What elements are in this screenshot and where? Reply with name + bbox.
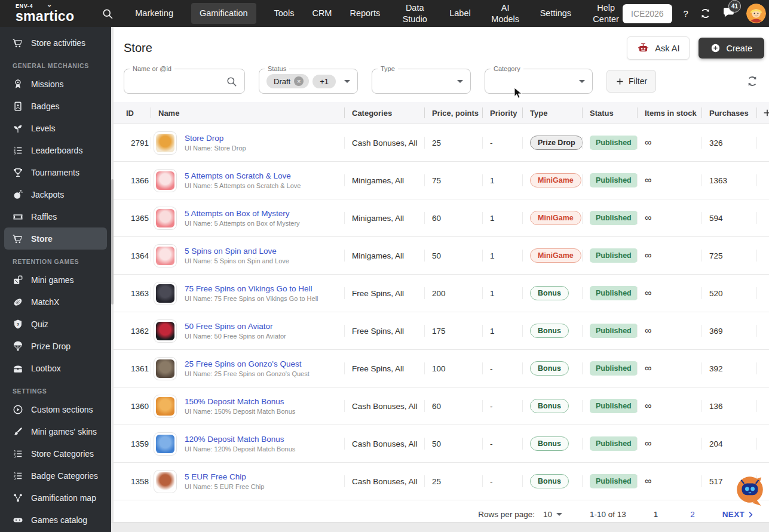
sidebar-item-leaderboards[interactable]: Leaderboards — [0, 139, 111, 161]
ask-ai-button[interactable]: Ask AI — [627, 36, 690, 60]
row-price: 200 — [424, 275, 482, 312]
sidebar-item-store[interactable]: Store — [4, 227, 107, 250]
notifications-button[interactable]: 41 — [722, 6, 735, 21]
row-type-cell: Bonus — [522, 388, 582, 425]
nav-item-ai-models[interactable]: AI Models — [489, 2, 522, 25]
nav-item-marketing[interactable]: Marketing — [135, 8, 173, 19]
search-icon[interactable] — [102, 8, 114, 20]
sidebar-item-matchx[interactable]: MatchX — [0, 291, 111, 313]
sidebar-item-quiz[interactable]: ?Quiz — [0, 313, 111, 335]
nav-item-data-studio[interactable]: Data Studio — [398, 2, 431, 25]
column-header-categories[interactable]: Categories — [344, 102, 424, 124]
nav-item-help-center[interactable]: Help Center — [589, 2, 623, 25]
sidebar-item-mini-games[interactable]: Mini games — [0, 269, 111, 291]
create-button[interactable]: Create — [698, 38, 764, 59]
item-name-link[interactable]: 5 Attempts on Box of Mystery — [185, 209, 300, 218]
sidebar-item-store-activities[interactable]: Store activities — [0, 32, 111, 54]
sidebar-item-gamification-map[interactable]: Gamification map — [0, 487, 111, 509]
column-header-status[interactable]: Status — [582, 102, 637, 124]
item-name-wrap: 75 Free Spins on Vikings Go to HellUI Na… — [185, 284, 318, 302]
sidebar-scrollbar[interactable] — [111, 27, 114, 522]
sidebar-item-badges[interactable]: Badges — [0, 95, 111, 117]
row-price: 25 — [424, 124, 482, 161]
horizontal-scrollbar[interactable] — [111, 522, 769, 532]
page-button-2[interactable]: 2 — [690, 510, 695, 519]
item-thumbnail — [154, 282, 177, 305]
nav-item-gamification[interactable]: Gamification — [191, 3, 256, 24]
name-filter-input[interactable]: Name or @id — [124, 69, 245, 94]
store-items-table: IDNameCategoriesPrice, pointsPriorityTyp… — [114, 102, 769, 500]
item-name-wrap: 50 Free Spins on AviatorUI Name: 50 Free… — [185, 322, 286, 340]
page-button-1[interactable]: 1 — [654, 510, 658, 519]
status-filter-select[interactable]: Status Draft × +1 — [259, 69, 358, 94]
column-header-items-in-stock[interactable]: Items in stock — [637, 102, 701, 124]
item-name-link[interactable]: 5 Attempts on Scratch & Love — [185, 171, 301, 180]
add-filter-button[interactable]: Filter — [606, 70, 656, 93]
bomb-icon — [13, 189, 23, 200]
sidebar-item-custom-sections[interactable]: Custom sections — [0, 398, 111, 420]
sidebar-scrollbar-thumb[interactable] — [111, 179, 114, 305]
workspace-selector[interactable]: ICE2026 — [623, 4, 672, 23]
category-filter-select[interactable]: Category — [485, 69, 593, 94]
row-items-in-stock: ∞ — [637, 312, 701, 349]
table-row: 13645 Spins on Spin and LoveUI Name: 5 S… — [114, 237, 769, 275]
row-purchases: 369 — [701, 312, 756, 349]
medal-icon — [13, 79, 23, 90]
item-name-link[interactable]: 5 Spins on Spin and Love — [185, 247, 289, 256]
item-name-link[interactable]: 5 EUR Free Chip — [185, 472, 264, 481]
row-price: 60 — [424, 388, 482, 425]
status-chip-more[interactable]: +1 — [312, 75, 336, 88]
sidebar-item-jackpots[interactable]: Jackpots — [0, 183, 111, 205]
nav-item-label[interactable]: Label — [449, 8, 470, 19]
nav-item-tools[interactable]: Tools — [274, 8, 295, 19]
brand-logo[interactable]: ENV-4 smartico — [16, 4, 74, 23]
column-header-priority[interactable]: Priority — [482, 102, 522, 124]
sidebar-item-missions[interactable]: Missions — [0, 73, 111, 95]
item-name-link[interactable]: 25 Free Spins on Gonzo's Quest — [185, 359, 310, 368]
svg-text:?: ? — [17, 321, 20, 327]
sidebar-item-lootbox[interactable]: Lootbox — [0, 357, 111, 379]
sidebar-item-prize-drop[interactable]: Prize Drop — [0, 335, 111, 357]
sidebar-item-store-categories[interactable]: Store Categories — [0, 442, 111, 465]
sidebar-item-label: Raffles — [31, 212, 57, 222]
sidebar-item-badge-categories[interactable]: Badge Categories — [0, 465, 111, 487]
row-type-cell: MiniGame — [522, 162, 582, 199]
column-header-name[interactable]: Name — [151, 102, 344, 124]
help-icon[interactable]: ? — [684, 8, 688, 19]
row-status-cell: Published — [582, 350, 637, 387]
item-name-link[interactable]: 150% Deposit Match Bonus — [185, 397, 295, 406]
item-name-link[interactable]: 75 Free Spins on Vikings Go to Hell — [185, 284, 318, 293]
sidebar-item-games-catalog[interactable]: Games catalog — [0, 509, 111, 531]
nav-item-reports[interactable]: Reports — [350, 8, 380, 19]
sync-icon[interactable] — [700, 8, 711, 19]
item-name-link[interactable]: Store Drop — [185, 134, 246, 143]
sidebar-item-mini-games-skins[interactable]: Mini games' skins — [0, 420, 111, 442]
nav-item-crm[interactable]: CRM — [312, 8, 332, 19]
next-page-button[interactable]: NEXT — [722, 510, 755, 519]
add-column-button[interactable] — [756, 102, 769, 124]
user-avatar[interactable] — [746, 4, 766, 23]
sidebar-item-levels[interactable]: Levels — [0, 117, 111, 139]
column-header-type[interactable]: Type — [522, 102, 582, 124]
column-header-price-points[interactable]: Price, points — [424, 102, 482, 124]
plus-circle-icon — [710, 43, 721, 53]
column-header-id[interactable]: ID — [123, 102, 151, 124]
remove-chip-icon[interactable]: × — [294, 76, 304, 86]
item-name-link[interactable]: 120% Deposit Match Bonus — [185, 435, 295, 444]
status-chip-draft[interactable]: Draft × — [266, 74, 309, 88]
row-actions-cell — [756, 425, 769, 462]
row-actions-cell — [756, 275, 769, 312]
rows-per-page-select[interactable]: 10 — [543, 510, 562, 519]
row-id: 1363 — [123, 275, 151, 312]
nav-item-settings[interactable]: Settings — [540, 8, 571, 19]
column-header-purchases[interactable]: Purchases — [701, 102, 756, 124]
sidebar-item-raffles[interactable]: Raffles — [0, 205, 111, 227]
refresh-icon[interactable] — [746, 75, 758, 87]
ask-ai-label: Ask AI — [655, 44, 679, 53]
item-name-link[interactable]: 50 Free Spins on Aviator — [185, 322, 286, 331]
chat-widget-button[interactable] — [734, 475, 766, 507]
item-type-chip: Bonus — [530, 436, 569, 451]
type-filter-select[interactable]: Type — [372, 69, 471, 94]
item-thumbnail-image — [156, 134, 174, 152]
sidebar-item-tournaments[interactable]: Tournaments — [0, 161, 111, 183]
